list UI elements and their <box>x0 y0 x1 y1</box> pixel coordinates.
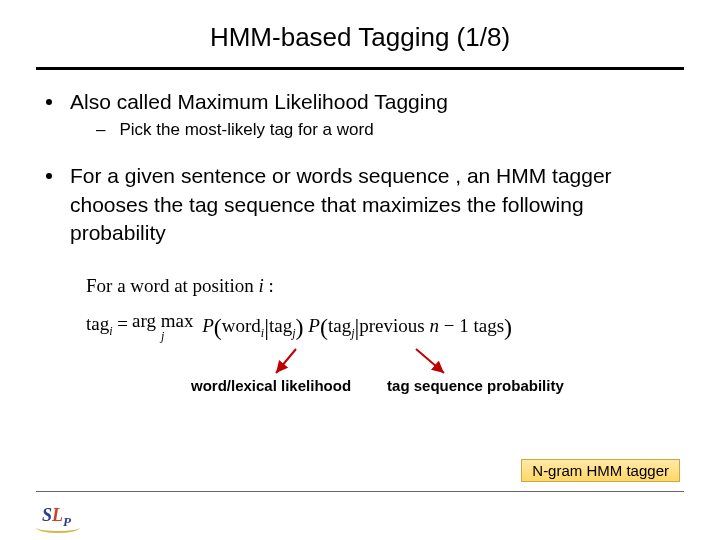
bullet-1-sub: – Pick the most-likely tag for a word <box>96 120 684 140</box>
bullet-1-emph: Maximum Likelihood Tagging <box>177 90 447 113</box>
eq-intro-var: i <box>259 275 269 296</box>
slide-title: HMM-based Tagging (1/8) <box>0 0 720 67</box>
footer-logo: SLP <box>42 505 71 530</box>
logo-p: P <box>63 514 71 529</box>
svg-line-1 <box>416 349 444 373</box>
eq-intro-colon: : <box>269 275 274 296</box>
eq-argmax: arg max j <box>132 305 193 342</box>
svg-line-0 <box>276 349 296 373</box>
footer-divider <box>36 491 684 492</box>
equation-intro: For a word at position i : <box>86 273 684 299</box>
bullet-2: For a given sentence or words sequence ,… <box>36 162 684 247</box>
bullet-1-text: Also called Maximum Likelihood Tagging <box>70 88 448 116</box>
bullet-2-text: For a given sentence or words sequence ,… <box>70 162 684 247</box>
eq-factor-1: P(wordi|tagj) <box>197 305 303 343</box>
bullet-1-prefix: Also called <box>70 90 177 113</box>
bullet-dot-icon <box>46 173 52 179</box>
equation-block: For a word at position i : tagi = arg ma… <box>86 273 684 343</box>
bullet-1: Also called Maximum Likelihood Tagging <box>36 88 684 116</box>
eq-lhs: tagi = <box>86 305 128 339</box>
eq-factor-2: P(tagj|previous n − 1 tags) <box>304 305 513 343</box>
equation-row: tagi = arg max j P(wordi|tagj) P(tagj|pr… <box>86 305 684 343</box>
logo-s: S <box>42 505 52 525</box>
eq-argmax-sub: j <box>161 330 164 342</box>
dash-icon: – <box>96 120 105 140</box>
ngram-hmm-box: N-gram HMM tagger <box>521 459 680 482</box>
arrow-row <box>86 347 684 377</box>
bullet-1-sub-text: Pick the most-likely tag for a word <box>119 120 373 140</box>
logo-l: L <box>52 505 63 525</box>
eq-intro-text: For a word at position <box>86 275 254 296</box>
bullet-dot-icon <box>46 99 52 105</box>
eq-argmax-top: arg max <box>132 311 193 330</box>
arrows-svg <box>176 347 596 381</box>
